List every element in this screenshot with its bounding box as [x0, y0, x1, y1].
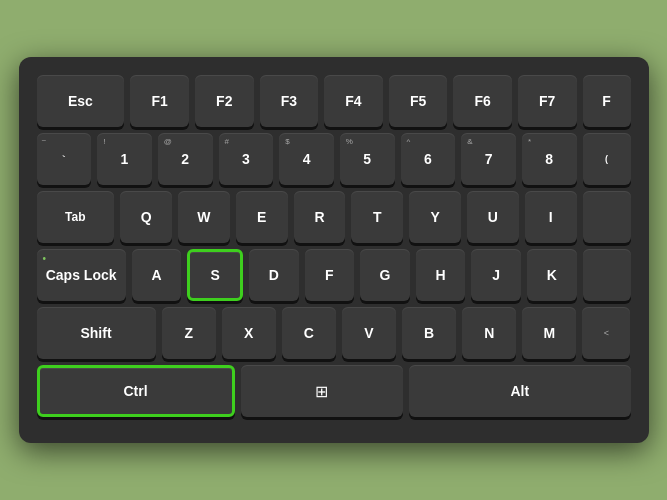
key-ctrl[interactable]: Ctrl: [37, 365, 235, 417]
key-tilde[interactable]: ~ `: [37, 133, 92, 185]
key-s[interactable]: S: [187, 249, 243, 301]
key-4[interactable]: $ 4: [279, 133, 334, 185]
key-7[interactable]: & 7: [461, 133, 516, 185]
key-f[interactable]: F: [305, 249, 355, 301]
number-key-row: ~ ` ! 1 @ 2 # 3 $ 4 % 5 ^ 6 & 7: [37, 133, 631, 185]
key-alt[interactable]: Alt: [409, 365, 631, 417]
asdf-key-row: Caps Lock A S D F G H J K: [37, 249, 631, 301]
fn-key-row: Esc F1 F2 F3 F4 F5 F6 F7 F: [37, 75, 631, 127]
key-9-partial[interactable]: (: [583, 133, 631, 185]
key-2[interactable]: @ 2: [158, 133, 213, 185]
key-o-partial[interactable]: [583, 191, 631, 243]
zxcv-key-row: Shift Z X C V B N M <: [37, 307, 631, 359]
key-c[interactable]: C: [282, 307, 336, 359]
key-comma-partial[interactable]: <: [582, 307, 630, 359]
key-w[interactable]: W: [178, 191, 230, 243]
key-tab[interactable]: Tab: [37, 191, 115, 243]
key-a[interactable]: A: [132, 249, 182, 301]
key-6[interactable]: ^ 6: [401, 133, 456, 185]
key-u[interactable]: U: [467, 191, 519, 243]
key-esc[interactable]: Esc: [37, 75, 125, 127]
key-x[interactable]: X: [222, 307, 276, 359]
key-8[interactable]: * 8: [522, 133, 577, 185]
key-i[interactable]: I: [525, 191, 577, 243]
key-t[interactable]: T: [351, 191, 403, 243]
keyboard: Esc F1 F2 F3 F4 F5 F6 F7 F ~ ` ! 1 @ 2 #…: [19, 57, 649, 443]
key-z[interactable]: Z: [162, 307, 216, 359]
key-f1[interactable]: F1: [130, 75, 189, 127]
key-j[interactable]: J: [471, 249, 521, 301]
key-win[interactable]: ⊞: [241, 365, 403, 417]
key-n[interactable]: N: [462, 307, 516, 359]
key-y[interactable]: Y: [409, 191, 461, 243]
key-f6[interactable]: F6: [453, 75, 512, 127]
key-l-partial[interactable]: [583, 249, 631, 301]
key-e[interactable]: E: [236, 191, 288, 243]
key-shift[interactable]: Shift: [37, 307, 156, 359]
key-b[interactable]: B: [402, 307, 456, 359]
key-1[interactable]: ! 1: [97, 133, 152, 185]
key-q[interactable]: Q: [120, 191, 172, 243]
key-g[interactable]: G: [360, 249, 410, 301]
key-f5[interactable]: F5: [389, 75, 448, 127]
key-r[interactable]: R: [294, 191, 346, 243]
key-f2[interactable]: F2: [195, 75, 254, 127]
key-5[interactable]: % 5: [340, 133, 395, 185]
windows-icon: ⊞: [315, 382, 328, 401]
qwerty-key-row: Tab Q W E R T Y U I: [37, 191, 631, 243]
key-m[interactable]: M: [522, 307, 576, 359]
key-capslock[interactable]: Caps Lock: [37, 249, 126, 301]
bottom-key-row: Ctrl ⊞ Alt: [37, 365, 631, 417]
key-h[interactable]: H: [416, 249, 466, 301]
key-k[interactable]: K: [527, 249, 577, 301]
key-f8-partial[interactable]: F: [583, 75, 631, 127]
key-3[interactable]: # 3: [219, 133, 274, 185]
key-f3[interactable]: F3: [260, 75, 319, 127]
key-f7[interactable]: F7: [518, 75, 577, 127]
key-d[interactable]: D: [249, 249, 299, 301]
key-v[interactable]: V: [342, 307, 396, 359]
key-f4[interactable]: F4: [324, 75, 383, 127]
